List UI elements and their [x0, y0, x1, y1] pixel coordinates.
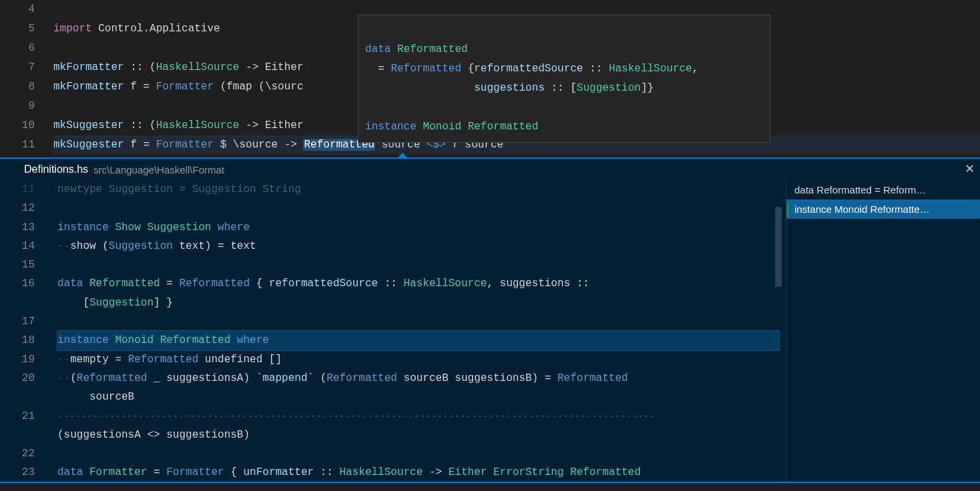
- code-line[interactable]: [57, 199, 779, 217]
- token: where: [230, 334, 269, 346]
- code-line[interactable]: (suggestionsA <> suggestionsB): [57, 426, 779, 444]
- code-line[interactable]: [57, 256, 779, 274]
- token: Reformatted: [326, 372, 397, 384]
- token: -> Either: [239, 119, 303, 131]
- peek-reference-list: data Reformatted = Reform… instance Mono…: [786, 180, 980, 482]
- code-line[interactable]: [57, 312, 779, 331]
- line-number: 6: [0, 39, 47, 58]
- scrollbar-vertical[interactable]: [775, 207, 782, 287]
- code-line[interactable]: newtype Suggestion = Suggestion String: [57, 180, 779, 199]
- line-number: 17: [0, 312, 47, 331]
- token: sourceB: [57, 391, 134, 403]
- code-line[interactable]: ··(Reformatted _ suggestionsA) `mappend`…: [57, 369, 779, 388]
- token: Reformatted: [83, 278, 160, 290]
- peek-code-area[interactable]: newtype Suggestion = Suggestion String i…: [57, 180, 779, 482]
- line-gutter: 4 5 6 7 8 9 10 11: [0, 0, 47, 155]
- token: =: [147, 466, 166, 478]
- token: ->: [423, 466, 448, 478]
- line-number: [0, 388, 47, 406]
- token: HaskellSource: [340, 466, 423, 478]
- line-number: 22: [0, 444, 47, 463]
- peek-body: 11 12 13 14 15 16 17 18 19 20 21 22 23 n…: [0, 180, 980, 482]
- line-number: 15: [0, 256, 47, 274]
- reference-item-selected[interactable]: instance Monoid Reformatte…: [786, 199, 980, 219]
- line-number: [0, 426, 47, 444]
- line-number: 13: [0, 218, 47, 237]
- token: data: [365, 43, 391, 55]
- token: Control.Applicative: [92, 23, 220, 35]
- line-number: 8: [0, 77, 47, 97]
- code-line[interactable]: [Suggestion] }: [57, 294, 779, 312]
- token: mkFormatter: [53, 81, 124, 93]
- token: f =: [124, 81, 156, 93]
- token: :: (: [124, 61, 156, 73]
- token: f =: [124, 139, 156, 151]
- token: -> Either: [239, 61, 303, 73]
- code-line[interactable]: instance Show Suggestion where: [57, 218, 779, 237]
- close-icon[interactable]: ✕: [965, 161, 975, 176]
- token: instance: [57, 221, 109, 233]
- line-number: 18: [0, 331, 47, 350]
- code-line[interactable]: sourceB: [57, 388, 779, 406]
- token: :: [: [545, 82, 577, 94]
- token: unFormatter: [243, 466, 314, 478]
- token: (: [70, 372, 77, 384]
- token: sourceB suggestionsB) =: [397, 372, 557, 384]
- token-type: HaskellSource: [156, 119, 240, 131]
- line-number: 23: [0, 463, 47, 482]
- reference-item[interactable]: data Reformatted = Reform…: [786, 180, 980, 199]
- token: ::: [583, 63, 608, 75]
- token: Reformatted: [154, 334, 230, 346]
- line-number: 14: [0, 237, 47, 256]
- token: instance: [57, 334, 109, 346]
- whitespace: ··: [57, 372, 70, 384]
- code-line[interactable]: data Reformatted = Reformatted { reforma…: [57, 274, 779, 293]
- token: reformattedSource: [474, 63, 583, 75]
- line-number: 4: [0, 0, 47, 19]
- token: =: [160, 278, 180, 290]
- code-line[interactable]: ··show (Suggestion text) = text: [57, 237, 779, 256]
- token: instance: [365, 121, 417, 133]
- token: mkSuggester: [53, 139, 124, 151]
- code-line[interactable]: ··mempty = Reformatted undefined []: [57, 350, 779, 369]
- line-number: 21: [0, 407, 47, 426]
- token: Reformatted: [564, 466, 641, 478]
- code-line[interactable]: ········································…: [57, 407, 779, 426]
- token: {: [250, 278, 269, 290]
- line-number: 7: [0, 58, 47, 77]
- token: {: [461, 63, 474, 75]
- line-number: [0, 294, 47, 312]
- token: :: (: [124, 119, 156, 131]
- token: Suggestion: [141, 221, 212, 233]
- token: reformattedSource: [269, 278, 378, 290]
- peek-editor[interactable]: 11 12 13 14 15 16 17 18 19 20 21 22 23 n…: [0, 180, 786, 482]
- peek-header: Definitions.hs src\Language\Haskell\Form…: [0, 159, 980, 180]
- token: HaskellSource: [404, 278, 487, 290]
- code-line[interactable]: data Formatter = Formatter { unFormatter…: [57, 463, 779, 482]
- line-number: 9: [0, 97, 47, 116]
- token: Either: [449, 466, 487, 478]
- line-number: 19: [0, 350, 47, 369]
- token: ` (: [307, 372, 326, 384]
- token: Formatter: [156, 139, 214, 151]
- token-type: HaskellSource: [156, 61, 240, 73]
- token: ,: [692, 63, 699, 75]
- token: data: [57, 466, 83, 478]
- token: mkSuggester: [53, 119, 124, 131]
- token: Formatter: [156, 81, 214, 93]
- token: , suggestions ::: [487, 278, 595, 290]
- whitespace: ··: [57, 354, 70, 366]
- token: undefined []: [198, 354, 282, 366]
- token: Reformatted: [557, 372, 628, 384]
- main-editor[interactable]: 4 5 6 7 8 9 10 11 import Control.Applica…: [0, 0, 980, 157]
- line-number: 11: [0, 135, 47, 155]
- token: HaskellSource: [609, 63, 692, 75]
- code-line[interactable]: [57, 444, 779, 463]
- token: mempty =: [70, 354, 128, 366]
- peek-filename: Definitions.hs: [24, 163, 88, 175]
- line-number: 5: [0, 19, 47, 39]
- code-line-highlighted[interactable]: instance Monoid Reformatted where: [57, 331, 779, 350]
- line-number: 11: [0, 180, 47, 199]
- line-number: 20: [0, 369, 47, 388]
- token: Suggestion: [577, 82, 641, 94]
